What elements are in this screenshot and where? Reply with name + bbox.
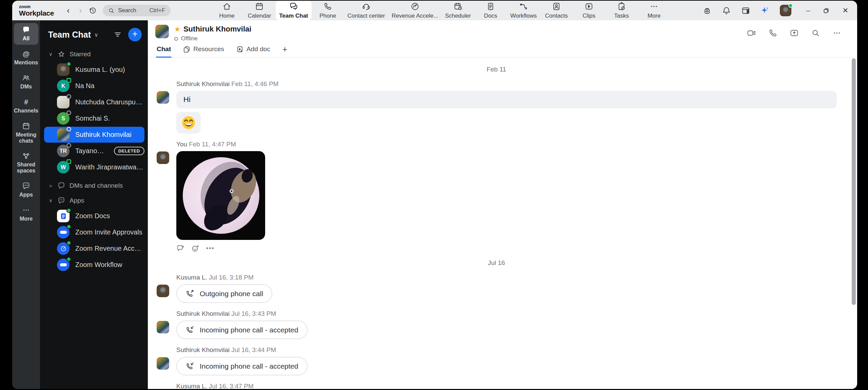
app-item-zoom-workflow[interactable]: Zoom Workflow — [44, 257, 144, 273]
chat-list-item-na-na[interactable]: K Na Na — [44, 78, 144, 94]
message-avatar[interactable] — [157, 151, 169, 164]
start-call-icon[interactable] — [768, 28, 777, 38]
phone-device-icon[interactable] — [703, 6, 712, 15]
avatar: W — [57, 161, 70, 173]
rail-item-channels[interactable]: # Channels — [14, 95, 38, 117]
message-time: Jul 16, 3:43 PM — [231, 310, 276, 317]
rail-item-shared-spaces[interactable]: Shared spaces — [14, 149, 38, 177]
back-button[interactable]: ‹ — [62, 4, 74, 17]
message-bubble[interactable]: Hi — [176, 91, 837, 108]
nav-contacts[interactable]: Contacts — [540, 1, 573, 20]
workflows-icon — [519, 2, 528, 11]
starred-icon[interactable]: ★ — [174, 25, 180, 33]
app-item-zoom-revenue-accelerator[interactable]: Zoom Revenue Accelerator — [44, 241, 144, 256]
panel-title[interactable]: Team Chat — [48, 30, 91, 40]
presence-badge — [66, 208, 71, 213]
mini-window-icon[interactable] — [741, 6, 750, 15]
search-input[interactable]: Search Ctrl+F — [103, 5, 171, 16]
message-group: Kusuma L.Jul 16, 3:18 PM Outgoing phone … — [156, 274, 837, 303]
nav-team-chat[interactable]: Team Chat — [276, 1, 312, 20]
nav-more[interactable]: More — [638, 1, 670, 20]
app-item-zoom-invite-approvals[interactable]: Zoom Invite Approvals — [44, 224, 144, 240]
chat-main-area: ★ Suthiruk Khomvilai Offline — [148, 20, 857, 389]
chat-list-item-nutchuda[interactable]: Nutchuda Charuspunyaphir... — [44, 94, 144, 110]
rail-item-dms[interactable]: DMs — [14, 71, 38, 93]
rail-item-all[interactable]: All — [14, 23, 38, 45]
message-avatar[interactable] — [157, 285, 169, 297]
rail-item-mentions[interactable]: @ Mentions — [14, 47, 38, 69]
chat-list-item-suthiruk-selected[interactable]: Suthiruk Khomvilai — [44, 127, 144, 143]
nav-clips[interactable]: Clips — [573, 1, 605, 20]
calendar-icon — [255, 2, 264, 11]
nav-revenue-accelerator[interactable]: Revenue Accele... — [388, 1, 441, 20]
start-video-icon[interactable] — [747, 28, 756, 38]
history-icon[interactable] — [86, 4, 99, 17]
add-reaction-icon[interactable] — [191, 244, 199, 252]
chevron-right-icon: > — [48, 183, 53, 189]
more-options-icon[interactable] — [832, 28, 842, 38]
chevron-down-icon[interactable]: ∨ — [94, 32, 98, 38]
message-avatar[interactable] — [157, 357, 169, 370]
rail-item-more[interactable]: More — [14, 203, 38, 225]
starred-section-header[interactable]: ∨ Starred — [40, 47, 148, 62]
chat-list-item-kusuma[interactable]: Kusuma L. (you) — [44, 62, 144, 78]
raccoon-image-message[interactable] — [176, 151, 265, 240]
avatar: TR — [57, 145, 70, 157]
tab-resources[interactable]: Resources — [183, 45, 224, 57]
tab-add-doc[interactable]: Add doc — [236, 45, 270, 57]
emoji-message-bubble[interactable] — [176, 112, 201, 134]
rail-item-meeting-chats[interactable]: Meeting chats — [14, 119, 38, 147]
chat-list-panel: Team Chat ∨ + ∨ Starred Kusuma L. (you) … — [40, 20, 148, 389]
message-avatar[interactable] — [157, 321, 169, 333]
call-log-message[interactable]: Incoming phone call - accepted — [176, 357, 308, 375]
zoom-revenue-accelerator-icon — [57, 242, 70, 255]
app-item-zoom-docs[interactable]: Zoom Docs — [44, 208, 144, 224]
message-sender: Kusuma L. — [176, 274, 207, 281]
presence-badge — [66, 241, 71, 245]
message-group: Suthiruk KhomvilaiFeb 11, 4:46 PM Hi — [156, 80, 837, 134]
scrollbar-thumb[interactable] — [852, 58, 856, 305]
ai-companion-icon[interactable] — [761, 6, 770, 15]
new-chat-button[interactable]: + — [128, 28, 142, 41]
call-log-message[interactable]: Outgoing phone call — [176, 284, 272, 303]
notifications-bell-icon[interactable] — [722, 6, 731, 15]
more-actions-icon[interactable]: ••• — [206, 245, 215, 252]
chat-list-item-tayanon[interactable]: TR Tayanon Rodsuwan DELETED — [44, 143, 144, 159]
nav-workflows[interactable]: Workflows — [507, 1, 540, 20]
message-avatar[interactable] — [157, 91, 169, 104]
message-list[interactable]: Feb 11 Suthiruk KhomvilaiFeb 11, 4:46 PM… — [148, 58, 857, 389]
chat-partner-avatar[interactable] — [155, 25, 169, 38]
chat-list-item-warith[interactable]: W Warith Jiraprawatwatana — [44, 159, 144, 175]
forward-button[interactable]: › — [74, 4, 86, 17]
chat-list-item-somchai[interactable]: S Somchai S. — [44, 110, 144, 126]
share-screen-icon[interactable] — [790, 28, 799, 38]
offline-ring-icon — [174, 37, 178, 41]
nav-tasks[interactable]: Tasks — [605, 1, 638, 20]
nav-scheduler[interactable]: Scheduler — [441, 1, 474, 20]
logo-workplace-text: Workplace — [19, 9, 54, 17]
dms-and-channels-section[interactable]: > DMs and channels — [40, 178, 148, 193]
zoom-workflow-icon — [57, 259, 70, 271]
avatar: S — [57, 112, 70, 125]
nav-contact-center[interactable]: Contact center — [344, 1, 389, 20]
nav-phone[interactable]: Phone — [312, 1, 344, 20]
add-tab-button[interactable]: + — [282, 44, 288, 57]
filter-icon[interactable] — [113, 30, 122, 39]
user-avatar[interactable] — [780, 5, 791, 16]
reply-in-thread-icon[interactable] — [176, 244, 184, 252]
tab-chat[interactable]: Chat — [157, 45, 171, 57]
nav-calendar[interactable]: Calendar — [243, 1, 276, 20]
apps-section[interactable]: ∨ Apps — [40, 193, 148, 208]
minimize-button[interactable]: – — [806, 6, 810, 15]
rail-item-apps[interactable]: Apps — [14, 179, 38, 201]
nav-docs[interactable]: Docs — [474, 1, 507, 20]
avatar — [57, 96, 70, 108]
close-button[interactable]: ✕ — [842, 6, 848, 15]
restore-button[interactable] — [823, 7, 829, 14]
chat-bubble-icon — [22, 26, 30, 34]
titlebar-right: – ✕ — [703, 5, 857, 16]
call-log-message[interactable]: Incoming phone call - accepted — [176, 321, 308, 339]
nav-home[interactable]: Home — [211, 1, 243, 20]
search-in-chat-icon[interactable] — [811, 28, 820, 38]
message-time: Jul 16, 3:18 PM — [209, 274, 254, 281]
